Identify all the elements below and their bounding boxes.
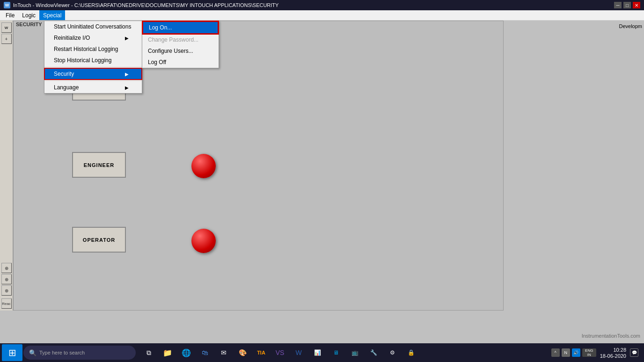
menu-special[interactable]: Special bbox=[39, 10, 65, 20]
tray-eng[interactable]: ENGIN bbox=[582, 348, 596, 357]
title-bar-controls: ─ □ ✕ bbox=[614, 2, 640, 8]
engineer-status-circle bbox=[191, 154, 216, 178]
engineer-label: ENGINEER bbox=[84, 162, 114, 168]
title-bar-text: InTouch - WindowViewer - C:\USERS\ARFAT\… bbox=[13, 2, 278, 8]
special-menu-dropdown: Start Uninitiated Conversations Reinitia… bbox=[44, 21, 142, 94]
toolbar-btn-1[interactable]: W bbox=[1, 22, 12, 33]
word-btn[interactable]: W bbox=[290, 344, 307, 361]
security-submenu: Log On... Change Password... Configure U… bbox=[142, 21, 219, 68]
tray-2[interactable]: 🔊 bbox=[572, 348, 580, 357]
app-icon: W bbox=[4, 2, 10, 8]
dev-label: Developm bbox=[619, 23, 642, 29]
operator-status-circle bbox=[191, 229, 216, 253]
systray: ^ N 🔊 ENGIN bbox=[551, 348, 596, 357]
explorer-btn[interactable]: 📁 bbox=[159, 344, 176, 361]
toolbar-btn-2[interactable]: + bbox=[1, 34, 12, 44]
submenu-configure-users[interactable]: Configure Users... bbox=[142, 45, 219, 57]
menu-file[interactable]: File bbox=[2, 10, 18, 20]
taskbar-right: ^ N 🔊 ENGIN 10:28 18-06-2020 💬 bbox=[551, 347, 642, 359]
engineer-box[interactable]: ENGINEER bbox=[72, 152, 126, 178]
submenu-arrow-security: ▶ bbox=[125, 72, 129, 77]
submenu-change-password: Change Password... bbox=[142, 34, 219, 45]
tray-1[interactable]: N bbox=[562, 348, 570, 357]
appicon2[interactable]: ⚙ bbox=[384, 344, 401, 361]
menu-separator-1 bbox=[44, 67, 142, 67]
taskbar-icons: ⧉ 📁 🌐 🛍 ✉ 🎨 TIA VS W 📊 🖥 bbox=[140, 344, 419, 361]
watermark: InstrumentationTools.com bbox=[582, 333, 640, 339]
monitor-btn[interactable]: 📺 bbox=[346, 344, 363, 361]
edge-btn[interactable]: 🌐 bbox=[178, 344, 195, 361]
menu-separator-2 bbox=[44, 80, 142, 81]
title-bar: W InTouch - WindowViewer - C:\USERS\ARFA… bbox=[0, 0, 644, 10]
clock-date[interactable]: 10:28 18-06-2020 bbox=[600, 347, 626, 359]
taskview-btn[interactable]: ⧉ bbox=[140, 344, 157, 361]
mail-btn[interactable]: ✉ bbox=[215, 344, 232, 361]
search-icon: 🔍 bbox=[29, 349, 37, 356]
submenu-logon[interactable]: Log On... bbox=[142, 21, 219, 34]
operator-box[interactable]: OPERATOR bbox=[72, 227, 126, 253]
vs-btn[interactable]: VS bbox=[271, 344, 288, 361]
clock-time: 10:28 bbox=[613, 347, 626, 353]
search-text: Type here to search bbox=[39, 350, 85, 355]
tia-btn[interactable]: TIA bbox=[253, 344, 270, 361]
remote-btn[interactable]: 🖥 bbox=[328, 344, 344, 361]
taskbar: ⊞ 🔍 Type here to search ⧉ 📁 🌐 🛍 ✉ 🎨 TIA … bbox=[0, 343, 644, 362]
menu-reinitialize-io[interactable]: Reinitialize I/O ▶ bbox=[44, 32, 142, 43]
menu-bar: File Logic Special Developm bbox=[0, 10, 644, 21]
toolbar-btn-4[interactable]: ⊕ bbox=[1, 274, 12, 284]
submenu-arrow-io: ▶ bbox=[125, 36, 129, 41]
task1-btn[interactable]: 📊 bbox=[309, 344, 326, 361]
left-toolbar: W + ⊕ ⊕ ⊕ Reac bbox=[0, 21, 13, 311]
start-button[interactable]: ⊞ bbox=[2, 344, 22, 361]
toolbar-btn-5[interactable]: ⊕ bbox=[1, 285, 12, 296]
maximize-button[interactable]: □ bbox=[623, 2, 631, 8]
toolbar-btn-react[interactable]: Reac bbox=[1, 298, 12, 309]
menu-restart-historical[interactable]: Restart Historical Logging bbox=[44, 43, 142, 55]
tray-up[interactable]: ^ bbox=[551, 348, 560, 357]
menu-start-uninitiated[interactable]: Start Uninitiated Conversations bbox=[44, 21, 142, 32]
menu-language[interactable]: Language ▶ bbox=[44, 82, 142, 93]
operator-label: OPERATOR bbox=[83, 237, 115, 243]
title-bar-left: W InTouch - WindowViewer - C:\USERS\ARFA… bbox=[4, 2, 278, 8]
toolbar-btn-3[interactable]: ⊕ bbox=[1, 263, 12, 273]
menu-stop-historical[interactable]: Stop Historical Logging bbox=[44, 55, 142, 66]
menu-security[interactable]: Security ▶ bbox=[44, 68, 142, 80]
menu-logic[interactable]: Logic bbox=[18, 10, 39, 20]
taskbar-search[interactable]: 🔍 Type here to search bbox=[23, 346, 136, 360]
submenu-arrow-language: ▶ bbox=[125, 85, 129, 90]
appicon3[interactable]: 🔒 bbox=[402, 344, 419, 361]
minimize-button[interactable]: ─ bbox=[614, 2, 622, 8]
close-button[interactable]: ✕ bbox=[633, 2, 640, 8]
notification-btn[interactable]: 💬 bbox=[630, 348, 638, 357]
clock-date-text: 18-06-2020 bbox=[600, 353, 626, 359]
store-btn[interactable]: 🛍 bbox=[197, 344, 213, 361]
appicon1[interactable]: 🔧 bbox=[365, 344, 382, 361]
submenu-logoff[interactable]: Log Off bbox=[142, 57, 219, 68]
paint-btn[interactable]: 🎨 bbox=[234, 344, 251, 361]
window-label: SECURITY bbox=[14, 21, 44, 28]
